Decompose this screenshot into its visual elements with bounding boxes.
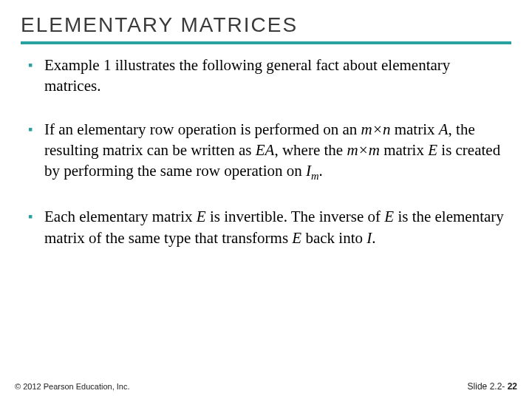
footer: © 2012 Pearson Education, Inc. Slide 2.2… xyxy=(0,381,532,392)
slide-label: Slide 2.2- xyxy=(468,381,508,392)
copyright-text: © 2012 Pearson Education, Inc. xyxy=(15,382,129,391)
title-container: ELEMENTARY MATRICES xyxy=(0,0,532,44)
b2-mxm-m2: m xyxy=(369,141,380,159)
slide: ELEMENTARY MATRICES Example 1 illustrate… xyxy=(0,0,532,399)
b2-mxn-m: m xyxy=(361,120,372,138)
b3-t4: back into xyxy=(301,229,366,247)
b2-Isub: m xyxy=(311,171,319,183)
b2-E: E xyxy=(428,141,437,159)
b2-A: A xyxy=(439,120,449,138)
b2-times-1: × xyxy=(372,120,383,138)
slide-title: ELEMENTARY MATRICES xyxy=(21,13,511,44)
b2-t5: matrix xyxy=(380,141,428,159)
b3-t5: . xyxy=(372,229,375,247)
b2-mxm-m1: m xyxy=(347,141,358,159)
b2-t4: , where the xyxy=(274,141,347,159)
bullet-list: Example 1 illustrates the following gene… xyxy=(28,55,504,248)
b3-E1: E xyxy=(197,208,206,225)
slide-number: 22 xyxy=(508,381,517,392)
b3-t2: is invertible. The inverse of xyxy=(206,208,385,225)
b3-t1: Each elementary matrix xyxy=(44,208,197,225)
b3-E2: E xyxy=(384,208,394,225)
bullet-item-3: Each elementary matrix E is invertible. … xyxy=(28,206,504,248)
bullet-item-2: If an elementary row operation is perfor… xyxy=(28,119,504,185)
bullet-item-1: Example 1 illustrates the following gene… xyxy=(28,55,504,97)
b2-times-2: × xyxy=(358,141,369,159)
b2-mxn-n: n xyxy=(383,120,391,138)
b2-t1: If an elementary row operation is perfor… xyxy=(44,120,361,138)
b3-E3: E xyxy=(292,229,301,247)
content-area: Example 1 illustrates the following gene… xyxy=(0,44,532,248)
b2-I: I xyxy=(306,162,311,180)
bullet-1-text: Example 1 illustrates the following gene… xyxy=(44,56,450,95)
b2-EA: EA xyxy=(256,141,275,159)
b2-t7: . xyxy=(319,162,323,180)
slide-number-label: Slide 2.2- 22 xyxy=(468,381,517,392)
b2-t2: matrix xyxy=(390,120,438,138)
